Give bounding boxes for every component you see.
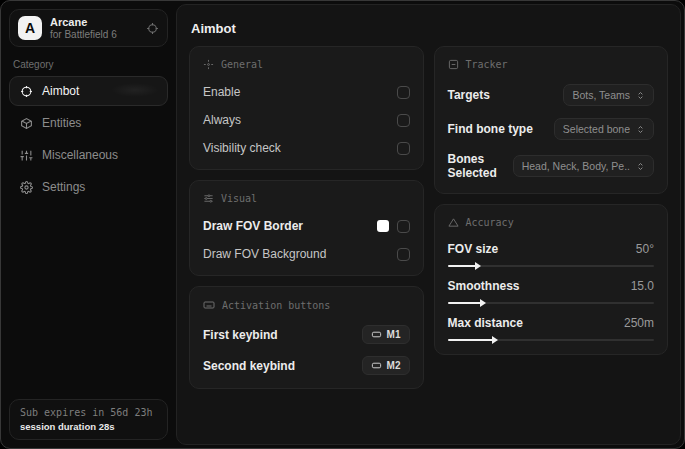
max-distance-slider[interactable] bbox=[448, 339, 655, 341]
draw-fov-border-checkbox[interactable] bbox=[397, 220, 410, 233]
mouse-icon bbox=[371, 360, 382, 371]
max-distance-value: 250m bbox=[624, 316, 654, 330]
crosshair-settings-icon[interactable] bbox=[146, 22, 159, 35]
visibility-check-checkbox[interactable] bbox=[397, 142, 410, 155]
general-card: General Enable Always Visibility check bbox=[189, 46, 424, 170]
mouse-icon bbox=[371, 329, 382, 340]
sidebar-item-aimbot[interactable]: Aimbot bbox=[9, 76, 168, 106]
targets-value: Bots, Teams bbox=[572, 89, 630, 101]
max-distance-slider-row: Max distance 250m bbox=[448, 316, 655, 341]
sidebar-item-label: Aimbot bbox=[42, 84, 79, 98]
card-title: Tracker bbox=[466, 59, 508, 70]
always-label: Always bbox=[203, 113, 241, 127]
draw-fov-background-label: Draw FOV Background bbox=[203, 247, 326, 261]
app-window: A Arcane for Battlefield 6 Category Aimb… bbox=[0, 0, 685, 449]
fov-size-slider[interactable] bbox=[448, 265, 655, 267]
find-bone-type-value: Selected bone bbox=[563, 123, 630, 135]
app-name: Arcane bbox=[50, 16, 138, 29]
card-title: Visual bbox=[221, 193, 257, 204]
crosshair-dotted-icon bbox=[203, 59, 214, 70]
bones-selected-value: Head, Neck, Body, Pe.. bbox=[522, 160, 630, 172]
main-panel: Aimbot General Enable bbox=[176, 4, 681, 445]
sidebar-item-label: Settings bbox=[42, 180, 85, 194]
keybind-value: M2 bbox=[387, 360, 401, 371]
sidebar-item-miscellaneous[interactable]: Miscellaneous bbox=[9, 140, 168, 170]
triangle-icon bbox=[448, 217, 459, 228]
fov-size-slider-row: FOV size 50° bbox=[448, 242, 655, 267]
cube-icon bbox=[20, 117, 33, 130]
sidebar-nav: Aimbot Entities Miscellaneous bbox=[9, 76, 168, 202]
sidebar-item-entities[interactable]: Entities bbox=[9, 108, 168, 138]
smoothness-slider-row: Smoothness 15.0 bbox=[448, 279, 655, 304]
enable-label: Enable bbox=[203, 85, 240, 99]
max-distance-label: Max distance bbox=[448, 316, 523, 330]
smoothness-slider[interactable] bbox=[448, 302, 655, 304]
slider-thumb[interactable] bbox=[475, 262, 481, 270]
bones-selected-label: Bones Selected bbox=[448, 152, 513, 180]
visibility-check-label: Visibility check bbox=[203, 141, 281, 155]
visual-card: Visual Draw FOV Border Draw FOV Backgrou… bbox=[189, 180, 424, 276]
fov-size-label: FOV size bbox=[448, 242, 499, 256]
chevron-up-down-icon bbox=[636, 90, 645, 101]
always-checkbox[interactable] bbox=[397, 114, 410, 127]
tracker-card: Tracker Targets Bots, Teams bbox=[434, 46, 669, 194]
enable-checkbox[interactable] bbox=[397, 86, 410, 99]
activation-buttons-card: Activation buttons First keybind M1 bbox=[189, 286, 424, 389]
crosshair-icon bbox=[20, 85, 33, 98]
subscription-info-card: Sub expires in 56d 23h session duration … bbox=[9, 399, 168, 440]
second-keybind-label: Second keybind bbox=[203, 359, 295, 373]
sliders-horizontal-icon bbox=[203, 193, 214, 204]
sidebar: A Arcane for Battlefield 6 Category Aimb… bbox=[1, 1, 176, 448]
sub-expiry-text: Sub expires in 56d 23h bbox=[20, 407, 157, 418]
accuracy-card: Accuracy FOV size 50° bbox=[434, 204, 669, 355]
fov-border-color-swatch[interactable] bbox=[377, 220, 389, 232]
find-bone-type-select[interactable]: Selected bone bbox=[554, 118, 654, 140]
smoothness-label: Smoothness bbox=[448, 279, 520, 293]
first-keybind-label: First keybind bbox=[203, 328, 278, 342]
card-title: Accuracy bbox=[466, 217, 514, 228]
gear-icon bbox=[20, 181, 33, 194]
slider-thumb[interactable] bbox=[480, 299, 486, 307]
minus-square-icon bbox=[448, 59, 459, 70]
app-logo: A bbox=[18, 16, 42, 40]
draw-fov-border-label: Draw FOV Border bbox=[203, 219, 303, 233]
page-title: Aimbot bbox=[189, 15, 668, 46]
targets-select[interactable]: Bots, Teams bbox=[563, 84, 654, 106]
app-header-card: A Arcane for Battlefield 6 bbox=[9, 9, 168, 47]
sidebar-item-label: Entities bbox=[42, 116, 81, 130]
keybind-value: M1 bbox=[387, 329, 401, 340]
first-keybind-button[interactable]: M1 bbox=[362, 325, 410, 344]
second-keybind-button[interactable]: M2 bbox=[362, 356, 410, 375]
bones-selected-select[interactable]: Head, Neck, Body, Pe.. bbox=[513, 155, 654, 177]
sidebar-item-settings[interactable]: Settings bbox=[9, 172, 168, 202]
keyboard-icon bbox=[203, 299, 215, 311]
sidebar-item-label: Miscellaneous bbox=[42, 148, 118, 162]
session-duration-text: session duration 28s bbox=[20, 421, 157, 432]
targets-label: Targets bbox=[448, 88, 490, 102]
slider-thumb[interactable] bbox=[492, 336, 498, 344]
card-title: General bbox=[221, 59, 263, 70]
sliders-icon bbox=[20, 149, 33, 162]
find-bone-type-label: Find bone type bbox=[448, 122, 533, 136]
fov-size-value: 50° bbox=[636, 242, 654, 256]
chevron-up-down-icon bbox=[636, 161, 645, 172]
category-label: Category bbox=[13, 59, 164, 70]
chevron-up-down-icon bbox=[636, 124, 645, 135]
smoothness-value: 15.0 bbox=[631, 279, 654, 293]
card-title: Activation buttons bbox=[222, 300, 330, 311]
draw-fov-background-checkbox[interactable] bbox=[397, 248, 410, 261]
app-subtitle: for Battlefield 6 bbox=[50, 29, 138, 41]
